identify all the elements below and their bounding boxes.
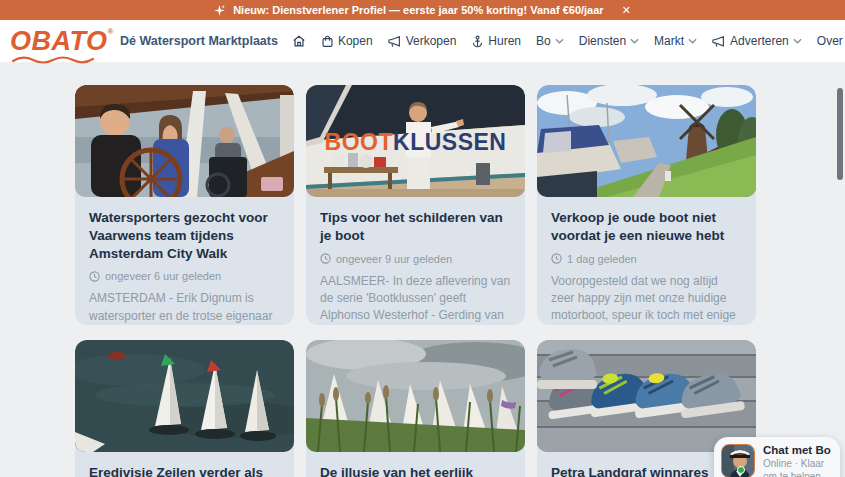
article-card-3[interactable]: Verkoop je oude boot niet voordat je een… xyxy=(537,85,756,325)
chevron-down-icon xyxy=(793,38,802,44)
bootklussen-overlay: BOOTKLUSSEN xyxy=(306,131,525,154)
main-nav: Kopen Verkopen Huren Bo Diensten Markt A… xyxy=(292,34,845,48)
site-tagline: Dé Watersport Marktplaats xyxy=(120,34,278,48)
nav-huren[interactable]: Huren xyxy=(471,34,521,48)
article-title[interactable]: Verkoop je oude boot niet voordat je een… xyxy=(551,209,742,245)
logo[interactable]: OBATO® xyxy=(10,28,110,55)
article-image-sailing-aerial xyxy=(75,340,294,452)
sparkles-icon xyxy=(214,5,225,16)
article-image-canal-windmill xyxy=(537,85,756,197)
nav-home[interactable] xyxy=(292,34,306,48)
article-timestamp: 1 dag geleden xyxy=(567,253,637,265)
article-card-4[interactable]: Eredivisie Zeilen verder als Benelux xyxy=(75,340,294,477)
clock-icon xyxy=(320,253,331,264)
article-timestamp: ongeveer 9 uur geleden xyxy=(336,253,452,265)
article-grid: Watersporters gezocht voor Vaarwens team… xyxy=(75,85,756,477)
article-image-boat-cabin xyxy=(75,85,294,197)
article-image-sails-reeds xyxy=(306,340,525,452)
article-card-5[interactable]: De illusie van het eerlijk speelveld als xyxy=(306,340,525,477)
chevron-down-icon xyxy=(630,38,639,44)
article-title[interactable]: Watersporters gezocht voor Vaarwens team… xyxy=(89,209,280,262)
nav-over-ons[interactable]: Over Ons xyxy=(817,34,845,48)
nav-verkopen[interactable]: Verkopen xyxy=(388,34,457,48)
header: OBATO® Dé Watersport Marktplaats Kopen V… xyxy=(0,20,845,62)
promo-banner-text: Nieuw: Dienstverlener Profiel — eerste j… xyxy=(233,4,604,16)
article-excerpt: AALSMEER- In deze aflevering van de seri… xyxy=(320,273,511,325)
nav-kopen[interactable]: Kopen xyxy=(321,34,373,48)
chat-title: Chat met Bo xyxy=(763,444,833,456)
nav-adverteren[interactable]: Adverteren xyxy=(712,34,802,48)
promo-banner: Nieuw: Dienstverlener Profiel — eerste j… xyxy=(0,0,845,20)
article-title[interactable]: Tips voor het schilderen van je boot xyxy=(320,209,511,245)
article-image-bootklussen: BOOTKLUSSEN xyxy=(306,85,525,197)
logo-wave xyxy=(12,55,94,64)
nav-diensten[interactable]: Diensten xyxy=(579,34,639,48)
article-timestamp: ongeveer 6 uur geleden xyxy=(105,270,221,282)
chat-widget[interactable]: Chat met Bo Online · Klaar om te helpen xyxy=(714,437,840,477)
scrollbar-thumb[interactable] xyxy=(837,88,843,180)
article-image-dubarry-shoes xyxy=(537,340,756,452)
chevron-down-icon xyxy=(555,38,564,44)
article-excerpt: Vooropgesteld dat we nog altijd zeer hap… xyxy=(551,273,742,325)
clock-icon xyxy=(89,271,100,282)
article-title[interactable]: Eredivisie Zeilen verder als Benelux xyxy=(89,464,280,477)
article-excerpt: AMSTERDAM - Erik Dignum is watersporter … xyxy=(89,290,280,325)
bag-icon xyxy=(321,35,334,48)
online-status-dot xyxy=(737,466,745,474)
anchor-icon xyxy=(471,35,484,48)
chevron-down-icon xyxy=(688,38,697,44)
megaphone-icon xyxy=(388,35,402,48)
close-icon[interactable]: ✕ xyxy=(622,4,631,17)
registered-mark: ® xyxy=(108,27,114,36)
home-icon xyxy=(292,34,306,48)
article-title[interactable]: De illusie van het eerlijk speelveld als xyxy=(320,464,511,477)
article-card-1[interactable]: Watersporters gezocht voor Vaarwens team… xyxy=(75,85,294,325)
chat-status: Online · Klaar om te helpen xyxy=(763,458,833,477)
megaphone-icon xyxy=(712,35,726,48)
nav-bo[interactable]: Bo xyxy=(536,34,564,48)
clock-icon xyxy=(551,253,562,264)
article-card-2[interactable]: BOOTKLUSSEN Tips voor het schilderen van… xyxy=(306,85,525,325)
logo-text: OBATO xyxy=(10,26,108,56)
nav-markt[interactable]: Markt xyxy=(654,34,697,48)
